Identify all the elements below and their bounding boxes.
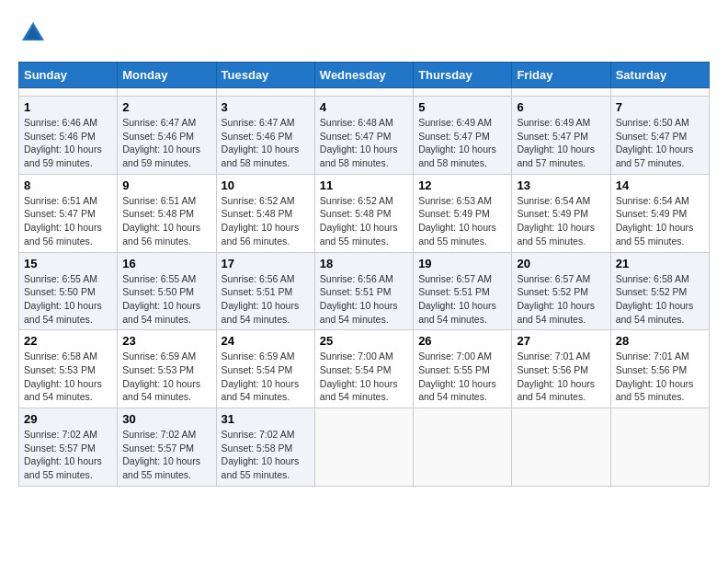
calendar-cell: 17Sunrise: 6:56 AM Sunset: 5:51 PM Dayli… — [216, 252, 314, 330]
day-info: Sunrise: 6:47 AM Sunset: 5:46 PM Dayligh… — [122, 116, 210, 170]
day-number: 13 — [517, 178, 605, 192]
calendar-cell — [314, 408, 413, 487]
day-info: Sunrise: 6:48 AM Sunset: 5:47 PM Dayligh… — [320, 116, 408, 170]
day-info: Sunrise: 6:52 AM Sunset: 5:48 PM Dayligh… — [320, 194, 408, 248]
calendar-cell: 5Sunrise: 6:49 AM Sunset: 5:47 PM Daylig… — [414, 97, 512, 175]
column-header-sunday: Sunday — [19, 63, 118, 88]
column-header-wednesday: Wednesday — [314, 63, 413, 88]
day-number: 28 — [616, 334, 704, 348]
calendar-cell — [118, 88, 216, 97]
day-number: 26 — [418, 334, 506, 348]
day-info: Sunrise: 6:46 AM Sunset: 5:46 PM Dayligh… — [24, 116, 112, 170]
calendar-cell: 16Sunrise: 6:55 AM Sunset: 5:50 PM Dayli… — [118, 252, 216, 330]
day-info: Sunrise: 6:58 AM Sunset: 5:53 PM Dayligh… — [24, 350, 112, 404]
calendar-cell — [414, 88, 512, 97]
day-number: 17 — [222, 257, 310, 270]
day-info: Sunrise: 6:51 AM Sunset: 5:47 PM Dayligh… — [24, 194, 112, 248]
calendar-week-row: 22Sunrise: 6:58 AM Sunset: 5:53 PM Dayli… — [19, 330, 710, 408]
column-header-saturday: Saturday — [610, 63, 709, 88]
calendar-cell: 21Sunrise: 6:58 AM Sunset: 5:52 PM Dayli… — [610, 252, 709, 330]
calendar-cell: 19Sunrise: 6:57 AM Sunset: 5:51 PM Dayli… — [414, 252, 512, 330]
day-info: Sunrise: 7:02 AM Sunset: 5:57 PM Dayligh… — [24, 428, 112, 482]
day-info: Sunrise: 6:49 AM Sunset: 5:47 PM Dayligh… — [517, 116, 605, 170]
calendar-cell: 27Sunrise: 7:01 AM Sunset: 5:56 PM Dayli… — [512, 330, 610, 408]
calendar-cell: 4Sunrise: 6:48 AM Sunset: 5:47 PM Daylig… — [314, 97, 413, 175]
day-info: Sunrise: 7:01 AM Sunset: 5:56 PM Dayligh… — [616, 350, 704, 404]
day-info: Sunrise: 6:57 AM Sunset: 5:52 PM Dayligh… — [517, 272, 605, 327]
calendar-cell: 10Sunrise: 6:52 AM Sunset: 5:48 PM Dayli… — [216, 174, 314, 252]
day-number: 1 — [24, 100, 112, 114]
day-info: Sunrise: 7:01 AM Sunset: 5:56 PM Dayligh… — [517, 350, 605, 404]
column-header-thursday: Thursday — [414, 63, 512, 88]
calendar-cell: 18Sunrise: 6:56 AM Sunset: 5:51 PM Dayli… — [314, 252, 413, 330]
day-number: 2 — [122, 100, 210, 114]
calendar-cell — [216, 88, 314, 97]
column-header-friday: Friday — [512, 63, 610, 88]
logo — [18, 18, 51, 48]
day-number: 6 — [517, 100, 605, 114]
calendar-week-row: 1Sunrise: 6:46 AM Sunset: 5:46 PM Daylig… — [19, 97, 710, 175]
calendar-cell: 15Sunrise: 6:55 AM Sunset: 5:50 PM Dayli… — [19, 252, 118, 330]
calendar-cell: 13Sunrise: 6:54 AM Sunset: 5:49 PM Dayli… — [512, 174, 610, 252]
day-number: 20 — [517, 257, 605, 270]
calendar-body: 1Sunrise: 6:46 AM Sunset: 5:46 PM Daylig… — [19, 88, 710, 487]
calendar-cell: 12Sunrise: 6:53 AM Sunset: 5:49 PM Dayli… — [414, 174, 512, 252]
day-info: Sunrise: 6:59 AM Sunset: 5:53 PM Dayligh… — [122, 350, 210, 404]
day-number: 14 — [616, 178, 704, 192]
day-info: Sunrise: 6:54 AM Sunset: 5:49 PM Dayligh… — [517, 194, 605, 248]
day-number: 21 — [616, 257, 704, 270]
day-number: 27 — [517, 334, 605, 348]
day-number: 10 — [222, 178, 310, 192]
calendar-table: SundayMondayTuesdayWednesdayThursdayFrid… — [18, 62, 710, 487]
day-number: 4 — [320, 100, 408, 114]
day-info: Sunrise: 6:55 AM Sunset: 5:50 PM Dayligh… — [122, 272, 210, 327]
calendar-cell: 8Sunrise: 6:51 AM Sunset: 5:47 PM Daylig… — [19, 174, 118, 252]
day-number: 19 — [418, 257, 506, 270]
day-info: Sunrise: 6:47 AM Sunset: 5:46 PM Dayligh… — [222, 116, 310, 170]
calendar-week-row — [19, 88, 710, 97]
day-number: 25 — [320, 334, 408, 348]
day-info: Sunrise: 6:57 AM Sunset: 5:51 PM Dayligh… — [418, 272, 506, 327]
day-number: 3 — [222, 100, 310, 114]
day-info: Sunrise: 6:56 AM Sunset: 5:51 PM Dayligh… — [320, 272, 408, 327]
calendar-cell: 2Sunrise: 6:47 AM Sunset: 5:46 PM Daylig… — [118, 97, 216, 175]
calendar-cell — [512, 88, 610, 97]
day-info: Sunrise: 6:55 AM Sunset: 5:50 PM Dayligh… — [24, 272, 112, 327]
day-number: 7 — [616, 100, 704, 114]
calendar-cell: 30Sunrise: 7:02 AM Sunset: 5:57 PM Dayli… — [118, 408, 216, 487]
calendar-cell — [610, 88, 709, 97]
day-number: 12 — [418, 178, 506, 192]
day-info: Sunrise: 6:54 AM Sunset: 5:49 PM Dayligh… — [616, 194, 704, 248]
day-number: 5 — [418, 100, 506, 114]
calendar-cell — [610, 408, 709, 487]
header — [18, 18, 710, 48]
logo-icon — [18, 18, 48, 48]
column-header-tuesday: Tuesday — [216, 63, 314, 88]
day-info: Sunrise: 6:56 AM Sunset: 5:51 PM Dayligh… — [222, 272, 310, 327]
day-number: 18 — [320, 257, 408, 270]
calendar-header-row: SundayMondayTuesdayWednesdayThursdayFrid… — [19, 63, 710, 88]
calendar-cell: 14Sunrise: 6:54 AM Sunset: 5:49 PM Dayli… — [610, 174, 709, 252]
day-number: 16 — [122, 257, 210, 270]
calendar-cell: 29Sunrise: 7:02 AM Sunset: 5:57 PM Dayli… — [19, 408, 118, 487]
day-info: Sunrise: 6:49 AM Sunset: 5:47 PM Dayligh… — [418, 116, 506, 170]
day-info: Sunrise: 7:02 AM Sunset: 5:58 PM Dayligh… — [222, 428, 310, 482]
day-number: 15 — [24, 257, 112, 270]
calendar-cell: 31Sunrise: 7:02 AM Sunset: 5:58 PM Dayli… — [216, 408, 314, 487]
calendar-cell: 9Sunrise: 6:51 AM Sunset: 5:48 PM Daylig… — [118, 174, 216, 252]
calendar-cell: 11Sunrise: 6:52 AM Sunset: 5:48 PM Dayli… — [314, 174, 413, 252]
calendar-cell: 26Sunrise: 7:00 AM Sunset: 5:55 PM Dayli… — [414, 330, 512, 408]
calendar-cell: 23Sunrise: 6:59 AM Sunset: 5:53 PM Dayli… — [118, 330, 216, 408]
day-number: 22 — [24, 334, 112, 348]
column-header-monday: Monday — [118, 63, 216, 88]
calendar-cell: 28Sunrise: 7:01 AM Sunset: 5:56 PM Dayli… — [610, 330, 709, 408]
calendar-cell: 3Sunrise: 6:47 AM Sunset: 5:46 PM Daylig… — [216, 97, 314, 175]
calendar-cell: 20Sunrise: 6:57 AM Sunset: 5:52 PM Dayli… — [512, 252, 610, 330]
day-info: Sunrise: 7:00 AM Sunset: 5:54 PM Dayligh… — [320, 350, 408, 404]
calendar-week-row: 29Sunrise: 7:02 AM Sunset: 5:57 PM Dayli… — [19, 408, 710, 487]
calendar-cell: 25Sunrise: 7:00 AM Sunset: 5:54 PM Dayli… — [314, 330, 413, 408]
day-info: Sunrise: 7:00 AM Sunset: 5:55 PM Dayligh… — [418, 350, 506, 404]
calendar-cell: 24Sunrise: 6:59 AM Sunset: 5:54 PM Dayli… — [216, 330, 314, 408]
day-info: Sunrise: 6:52 AM Sunset: 5:48 PM Dayligh… — [222, 194, 310, 248]
day-number: 11 — [320, 178, 408, 192]
